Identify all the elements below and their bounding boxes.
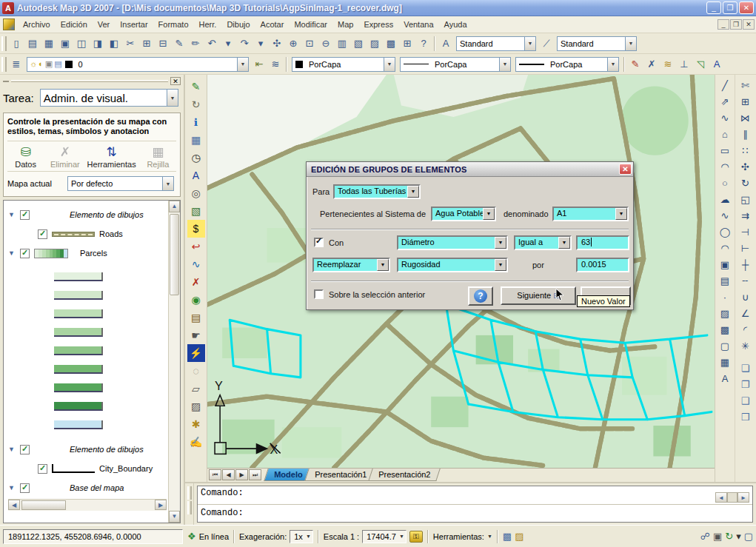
tree-row-drawing-elements-1[interactable]: ▼ Elemento de dibujos: [8, 205, 167, 224]
undo-dropdown-icon[interactable]: ▾: [220, 36, 236, 52]
image-insert-icon[interactable]: ▧: [187, 202, 205, 220]
menu-ventana[interactable]: Ventana: [398, 18, 438, 31]
region-icon[interactable]: ▢: [717, 338, 734, 354]
tree-row-base-map[interactable]: ▼ Base del mapa: [8, 478, 167, 497]
chevron-down-icon[interactable]: ▼: [524, 37, 535, 50]
chevron-down-icon[interactable]: ▼: [306, 534, 311, 539]
fillet-icon[interactable]: ◜: [737, 321, 754, 338]
roll-plot-icon[interactable]: ◌: [187, 362, 205, 380]
tab-prev-button[interactable]: ◀: [222, 469, 235, 480]
status-menu-icon[interactable]: ▾: [736, 531, 741, 542]
zoom-previous-icon[interactable]: ⊖: [318, 36, 334, 52]
chamfer-icon[interactable]: ∠: [737, 305, 754, 321]
grab-icon[interactable]: ☛: [187, 326, 205, 344]
time-icon[interactable]: ◷: [187, 149, 205, 167]
denominado-combo[interactable]: A1▼: [552, 207, 629, 221]
add-text-icon[interactable]: A: [709, 56, 725, 73]
chevron-down-icon[interactable]: ▼: [237, 58, 248, 71]
move-icon[interactable]: ✣: [737, 158, 754, 175]
bring-to-front-icon[interactable]: ❏: [737, 360, 754, 376]
chevron-down-icon[interactable]: ▼: [407, 186, 419, 198]
spline-icon[interactable]: ∿: [717, 207, 734, 224]
seleccion-checkbox[interactable]: [314, 289, 324, 299]
visibility-checkbox[interactable]: [38, 464, 47, 474]
accion-combo[interactable]: Reemplazar▼: [312, 258, 390, 272]
plot-state-icon[interactable]: ▤: [54, 59, 61, 69]
command-window-grip[interactable]: [185, 483, 194, 525]
dialog-title-bar[interactable]: EDICIÓN DE GRUPOS DE ELEMENTOS ✕: [307, 162, 633, 177]
hatch-icon[interactable]: ▨: [717, 305, 734, 321]
menu-ver[interactable]: Ver: [93, 18, 116, 31]
erase-icon[interactable]: ✄: [737, 77, 754, 93]
scroll-right-icon[interactable]: ▶: [155, 500, 167, 510]
tab-presentacion1[interactable]: Presentación1: [304, 469, 377, 481]
exageracion-combo[interactable]: 1x ▼: [290, 530, 313, 543]
escala-combo[interactable]: 17404.7 ▼: [362, 530, 407, 543]
menu-insertar[interactable]: Insertar: [115, 18, 153, 31]
zoom-realtime-icon[interactable]: ⊕: [285, 36, 301, 52]
explode-icon[interactable]: ✳: [737, 338, 754, 354]
chevron-down-icon[interactable]: ▼: [162, 177, 173, 190]
para-combo[interactable]: Todas las Tuberías▼: [333, 184, 421, 199]
properties-icon[interactable]: ▥: [334, 36, 350, 52]
color-combo[interactable]: PorCapa ▼: [292, 57, 395, 72]
line-icon[interactable]: ╱: [717, 77, 734, 93]
sketch-icon[interactable]: ✍: [187, 433, 205, 451]
chevron-down-icon[interactable]: ▼: [167, 90, 178, 106]
sistema-combo[interactable]: Agua Potable▼: [431, 207, 496, 221]
visibility-checkbox[interactable]: [20, 210, 30, 220]
tree-row-parcels[interactable]: ▼ Parcels: [8, 244, 167, 263]
operador-combo[interactable]: Igual a▼: [514, 235, 572, 250]
propiedad-combo[interactable]: Diámetro▼: [397, 235, 508, 250]
pan-realtime-icon[interactable]: ✣: [269, 36, 285, 52]
sun-icon[interactable]: ◐: [39, 59, 44, 69]
data-table-icon[interactable]: ▦: [187, 131, 205, 149]
collapse-icon[interactable]: ▼: [8, 249, 20, 257]
scale-icon[interactable]: ◱: [737, 191, 754, 207]
text-style-icon[interactable]: A: [438, 36, 454, 52]
send-to-back-icon[interactable]: ❐: [737, 376, 754, 392]
rotate-view-icon[interactable]: ↻: [187, 95, 205, 113]
menu-dibujo[interactable]: Dibujo: [221, 18, 255, 31]
run-analysis-icon[interactable]: ⚡: [187, 344, 205, 362]
connect-node-icon[interactable]: ◉: [187, 291, 205, 309]
menu-herr[interactable]: Herr.: [194, 18, 222, 31]
sheet-set-manager-icon[interactable]: ▩: [383, 36, 399, 52]
stretch-icon[interactable]: ⇉: [737, 207, 754, 224]
break-icon[interactable]: ╌: [737, 272, 754, 289]
visibility-checkbox[interactable]: [38, 229, 47, 239]
tree-row-drawing-elements-2[interactable]: ▼ Elemento de dibujos: [8, 440, 167, 459]
redo-dropdown-icon[interactable]: ▾: [252, 36, 269, 52]
boundary-hatch-icon[interactable]: ▱: [187, 380, 205, 397]
plot-preview-icon[interactable]: ◫: [73, 36, 90, 52]
datos-button[interactable]: ⛁ Datos: [7, 145, 44, 169]
join-icon[interactable]: ∪: [737, 289, 754, 305]
annotation-monitor-icon[interactable]: ☍: [700, 531, 710, 542]
propiedad2-combo[interactable]: Rugosidad▼: [397, 258, 508, 272]
designcenter-icon[interactable]: ▧: [350, 36, 367, 52]
chevron-down-icon[interactable]: ▼: [483, 208, 495, 220]
chevron-down-icon[interactable]: ▼: [499, 58, 510, 71]
attach-icon[interactable]: ⊥: [676, 56, 692, 73]
menu-archivo[interactable]: Archivo: [18, 18, 56, 31]
menu-express[interactable]: Express: [358, 18, 398, 31]
query-locate-icon[interactable]: ◎: [187, 184, 205, 202]
chevron-down-icon[interactable]: ▼: [377, 259, 389, 271]
hatch-tool-icon[interactable]: ≋: [660, 56, 676, 73]
tree-vscrollbar[interactable]: ▲ ▼: [168, 201, 180, 523]
lineweight-combo[interactable]: PorCapa ▼: [515, 57, 619, 72]
pipe-delete-icon[interactable]: ✗: [187, 273, 205, 291]
tab-first-button[interactable]: ⏮: [209, 469, 221, 480]
chevron-down-icon[interactable]: ▼: [399, 534, 404, 539]
chevron-down-icon[interactable]: ▼: [495, 237, 506, 249]
lock-ui-icon[interactable]: ▣: [713, 531, 722, 542]
make-layer-current-icon[interactable]: ⇤: [251, 56, 267, 73]
layer-previous-icon[interactable]: ≋: [267, 56, 284, 73]
arrow-ne-icon[interactable]: ◹: [692, 56, 709, 73]
tarea-combo[interactable]: Admin. de visual. ▼: [40, 89, 178, 107]
layer-manager-icon[interactable]: ≣: [8, 56, 24, 73]
mapa-actual-combo[interactable]: Por defecto ▼: [67, 176, 174, 191]
visibility-checkbox[interactable]: [20, 483, 30, 493]
bulb-icon[interactable]: ☼: [30, 59, 37, 69]
command-history[interactable]: Comando: ◀ ▶: [198, 486, 752, 505]
